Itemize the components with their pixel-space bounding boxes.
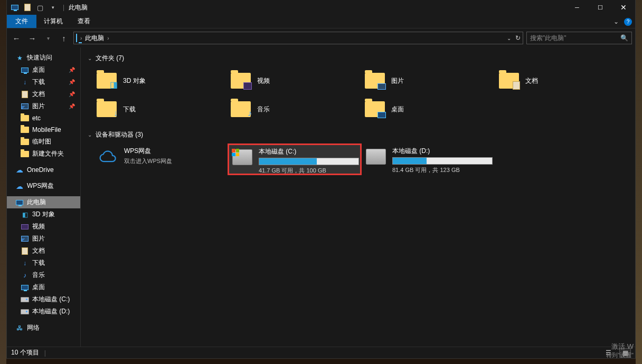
- folder-item[interactable]: ◨ 3D 对象: [95, 68, 226, 93]
- sidebar-item-label: 图片: [32, 102, 45, 111]
- folder-item[interactable]: 文档: [497, 68, 629, 93]
- crumb-separator-icon[interactable]: ›: [80, 35, 82, 41]
- sidebar-item-label: 新建文件夹: [32, 149, 64, 158]
- sidebar-pc-item[interactable]: 图片: [7, 233, 80, 245]
- drive-item[interactable]: 本地磁盘 (C:) 41.7 GB 可用，共 100 GB: [229, 145, 361, 174]
- folder-item[interactable]: 图片: [363, 68, 495, 93]
- address-dropdown-icon[interactable]: ⌄: [507, 35, 511, 41]
- sidebar-item-label: 3D 对象: [32, 210, 55, 219]
- doc-icon: [21, 247, 29, 255]
- sidebar-quick-access[interactable]: ★ 快速访问: [7, 52, 80, 64]
- properties-icon[interactable]: [23, 3, 32, 12]
- sidebar-item-label: etc: [32, 114, 41, 122]
- new-folder-icon[interactable]: ▢: [35, 3, 45, 12]
- status-bar: 10 个项目 | ☰ ▦: [7, 347, 635, 358]
- content-scroll[interactable]: ⌄ 文件夹 (7) ◨ 3D 对象 视频 图片 文档↓ 下载♪ 音乐 桌面 ⌄ …: [81, 47, 635, 347]
- sidebar-network[interactable]: 🖧 网络: [7, 322, 80, 334]
- ribbon-collapse-icon[interactable]: ⌄: [613, 18, 619, 25]
- body: ★ 快速访问 桌面 📌↓ 下载 📌 文档 📌 图片 📌 etc MobileFi…: [7, 47, 635, 347]
- close-button[interactable]: ✕: [612, 0, 635, 15]
- drives-group-header[interactable]: ⌄ 设备和驱动器 (3): [87, 127, 629, 142]
- drive-status: 41.7 GB 可用，共 100 GB: [259, 167, 357, 175]
- sidebar-wps[interactable]: ☁ WPS网盘: [7, 180, 80, 192]
- maximize-button[interactable]: ☐: [589, 0, 612, 15]
- pushpin-icon: 📌: [69, 103, 75, 109]
- search-box[interactable]: 搜索"此电脑" 🔍: [526, 32, 632, 44]
- sidebar-item-label: 下载: [32, 78, 45, 87]
- sidebar-item-label: 文档: [32, 90, 45, 99]
- cloud-icon: ☁: [15, 182, 24, 190]
- up-button[interactable]: ↑: [58, 32, 70, 44]
- sidebar-quick-item[interactable]: 桌面 📌: [7, 64, 80, 76]
- file-tab[interactable]: 文件: [7, 15, 36, 28]
- chevron-down-icon[interactable]: ⌄: [87, 55, 92, 61]
- sidebar-pc-item[interactable]: ♪ 音乐: [7, 269, 80, 281]
- sidebar-pc-item[interactable]: ◧ 3D 对象: [7, 208, 80, 221]
- back-button[interactable]: ←: [10, 32, 23, 44]
- disk-icon: [21, 295, 29, 304]
- sidebar-label: 此电脑: [27, 198, 46, 207]
- sidebar-item-label: 桌面: [32, 283, 45, 292]
- sidebar-label: OneDrive: [27, 166, 54, 174]
- ribbon-tabs: 文件 计算机 查看 ⌄ ?: [7, 15, 635, 28]
- sidebar-pc-item[interactable]: 本地磁盘 (D:): [7, 305, 80, 318]
- sidebar-pc-item[interactable]: 视频: [7, 221, 80, 233]
- folder-label: 下载: [123, 105, 136, 114]
- sidebar-quick-item[interactable]: MobileFile: [7, 124, 80, 136]
- sidebar-quick-item[interactable]: 图片 📌: [7, 100, 80, 112]
- search-icon[interactable]: 🔍: [620, 34, 628, 42]
- star-icon: ★: [15, 54, 24, 62]
- folder-item[interactable]: 视频: [229, 68, 361, 93]
- this-pc-icon: [10, 3, 20, 12]
- folder-label: 图片: [391, 76, 404, 85]
- content-pane: ⌄ 文件夹 (7) ◨ 3D 对象 视频 图片 文档↓ 下载♪ 音乐 桌面 ⌄ …: [81, 47, 635, 347]
- file-explorer-window: ▢ ▾ | 此电脑 ─ ☐ ✕ 文件 计算机 查看 ⌄ ? ← → ▾ ↑ › …: [6, 0, 636, 359]
- recent-locations-button[interactable]: ▾: [42, 32, 54, 44]
- help-icon[interactable]: ?: [624, 18, 632, 26]
- folder-item[interactable]: ♪ 音乐: [229, 97, 361, 122]
- folder-item[interactable]: 桌面: [363, 97, 495, 122]
- search-placeholder: 搜索"此电脑": [530, 34, 567, 43]
- monitor-icon: [15, 198, 24, 207]
- sidebar-quick-item[interactable]: 文档 📌: [7, 88, 80, 100]
- minimize-button[interactable]: ─: [565, 0, 589, 15]
- view-tab[interactable]: 查看: [70, 15, 98, 28]
- refresh-icon[interactable]: ↻: [515, 34, 521, 42]
- sidebar-quick-item[interactable]: ↓ 下载 📌: [7, 76, 80, 88]
- pushpin-icon: 📌: [69, 79, 75, 85]
- folders-group-header[interactable]: ⌄ 文件夹 (7): [87, 51, 629, 66]
- sidebar-quick-item[interactable]: 临时图: [7, 136, 80, 148]
- sidebar-quick-item[interactable]: 新建文件夹: [7, 148, 80, 160]
- windows-logo-icon: [232, 149, 239, 156]
- folder-item[interactable]: ↓ 下载: [95, 97, 226, 122]
- sidebar-label: WPS网盘: [27, 181, 54, 190]
- sidebar-pc-item[interactable]: 桌面: [7, 281, 80, 293]
- folder-icon: [21, 126, 29, 134]
- forward-button[interactable]: →: [26, 32, 39, 44]
- disk-drive-icon: [366, 149, 386, 165]
- computer-tab[interactable]: 计算机: [36, 15, 70, 28]
- qat-dropdown[interactable]: ▾: [48, 3, 58, 12]
- drive-item[interactable]: 本地磁盘 (D:) 81.4 GB 可用，共 123 GB: [363, 145, 495, 174]
- window-title: 此电脑: [67, 3, 88, 12]
- sidebar-pc-item[interactable]: 本地磁盘 (C:): [7, 293, 80, 305]
- crumb-separator-icon[interactable]: ›: [107, 35, 109, 41]
- chevron-down-icon[interactable]: ⌄: [87, 132, 92, 138]
- sidebar-pc-item[interactable]: 文档: [7, 245, 80, 257]
- navigation-pane[interactable]: ★ 快速访问 桌面 📌↓ 下载 📌 文档 📌 图片 📌 etc MobileFi…: [7, 47, 81, 347]
- sidebar-quick-item[interactable]: etc: [7, 112, 80, 124]
- drive-item[interactable]: WPS网盘 双击进入WPS网盘: [95, 145, 226, 174]
- sidebar-onedrive[interactable]: ☁ OneDrive: [7, 164, 80, 176]
- sidebar-this-pc[interactable]: 此电脑: [7, 196, 80, 208]
- breadcrumb-this-pc[interactable]: 此电脑: [85, 34, 104, 43]
- sidebar-item-label: 临时图: [32, 137, 51, 146]
- video-icon: [21, 223, 29, 231]
- sidebar-item-label: 下载: [32, 258, 45, 267]
- quick-access-toolbar: ▢ ▾ |: [7, 3, 67, 12]
- item-count: 10 个项目: [11, 348, 39, 357]
- folder-icon: [231, 73, 251, 89]
- address-bar[interactable]: › 此电脑 › ⌄ ↻: [73, 32, 523, 44]
- sidebar-pc-item[interactable]: ↓ 下载: [7, 257, 80, 269]
- folder-label: 视频: [257, 76, 270, 85]
- sidebar-item-label: 桌面: [32, 65, 45, 74]
